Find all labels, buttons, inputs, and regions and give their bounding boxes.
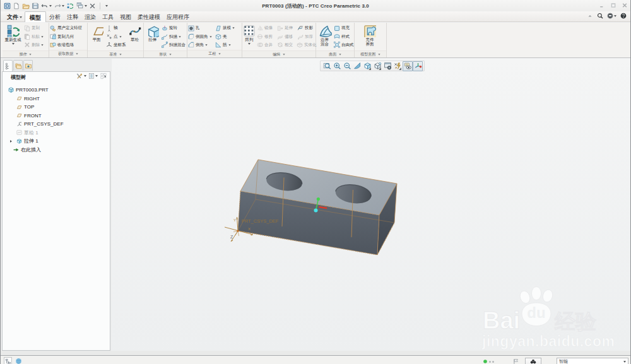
nav-folders-icon-svg: [15, 62, 22, 69]
tab-分析[interactable]: 分析: [46, 11, 64, 22]
tree-item-PRT0003.PRT[interactable]: PRT0003.PRT: [3, 86, 110, 95]
notification-flag[interactable]: [513, 356, 519, 364]
zoom-out-button[interactable]: [342, 61, 352, 71]
ribbon-button-壳[interactable]: 壳: [215, 32, 241, 40]
tree-item-草绘 1[interactable]: 草绘 1: [3, 129, 110, 138]
sketch-item-icon-svg: [16, 129, 23, 136]
ribbon-button-用户定义特征[interactable]: 用户定义特征: [49, 24, 86, 32]
ribbon-button-填充[interactable]: 填充: [333, 24, 354, 32]
close-button[interactable]: [622, 3, 628, 8]
ribbon-button-拉伸[interactable]: 拉伸: [144, 24, 161, 50]
navigator-tab-model-tree[interactable]: [3, 60, 13, 71]
navigator-tab-folder-browser[interactable]: [13, 60, 23, 71]
group-label-模型意图[interactable]: 模型意图: [355, 50, 386, 57]
ribbon-button-坐标系[interactable]: 坐标系: [105, 41, 126, 49]
model-tree-toggle-button[interactable]: [4, 357, 12, 364]
repaint-button[interactable]: [352, 61, 362, 71]
ribbon-button-投影[interactable]: 投影: [297, 24, 316, 32]
ribbon-button-旋转[interactable]: 旋转: [161, 24, 187, 32]
group-label-基准[interactable]: 基准: [88, 50, 143, 57]
command-search-button[interactable]: [597, 13, 603, 19]
ribbon-button-延伸[interactable]: 延伸: [276, 24, 297, 32]
ribbon-button-合并[interactable]: 合并: [256, 41, 276, 49]
ribbon-button-倒圆角[interactable]: 倒圆角: [187, 32, 215, 40]
tree-item-TOP[interactable]: TOP: [3, 103, 110, 112]
ribbon-button-粘贴[interactable]: 粘贴: [23, 32, 48, 40]
web-browser-toggle-button[interactable]: [15, 357, 23, 364]
ribbon-button-边界混合[interactable]: 边界混合: [316, 24, 333, 50]
navigator-tab-favorites[interactable]: [23, 60, 33, 71]
ribbon-button-自由式[interactable]: 自由式: [333, 41, 354, 49]
ribbon-button-扫描混合[interactable]: 扫描混合: [161, 41, 187, 49]
datum-display-filters-button[interactable]: [392, 61, 403, 71]
group-label-曲面[interactable]: 曲面: [316, 50, 354, 57]
help-button[interactable]: [620, 13, 627, 19]
ribbon-button-阵列[interactable]: 阵列: [242, 24, 256, 50]
minimize-ribbon-button[interactable]: [587, 13, 593, 18]
selection-filter-combo[interactable]: 智能: [557, 358, 628, 364]
chevron-down-icon: [12, 43, 15, 45]
ribbon-button-偏移[interactable]: 偏移: [276, 32, 297, 40]
ribbon-button-点[interactable]: 点: [105, 32, 126, 40]
tab-模型[interactable]: 模型: [25, 11, 46, 22]
tree-item-FRONT[interactable]: FRONT: [3, 112, 110, 120]
tree-item-RIGHT[interactable]: RIGHT: [3, 95, 110, 103]
merge-icon-svg: [257, 42, 263, 48]
group-label-形状[interactable]: 形状: [144, 50, 187, 57]
refit-button[interactable]: [322, 61, 332, 71]
ribbon-button-倒角[interactable]: 倒角: [187, 41, 215, 49]
tree-item-在此插入[interactable]: 在此插入: [3, 146, 110, 155]
zoom-in-button[interactable]: [332, 61, 342, 71]
display-style-button[interactable]: [362, 61, 372, 71]
ribbon-button-草绘[interactable]: 草绘: [126, 24, 143, 50]
ribbon-button-元件界面[interactable]: 元件界面: [355, 24, 385, 50]
ribbon-button-复制几何[interactable]: 复制几何: [49, 32, 86, 40]
copy-geometry-icon: [49, 33, 56, 40]
group-label-获取数据[interactable]: 获取数据: [49, 50, 87, 57]
tab-工具[interactable]: 工具: [99, 11, 117, 22]
ribbon-button-拔模[interactable]: 拔模: [215, 24, 241, 32]
ribbon-button-扫描[interactable]: 扫描: [161, 32, 187, 40]
view-manager-button[interactable]: [382, 61, 392, 71]
tree-item-PRT_CSYS_DEF[interactable]: PRT_CSYS_DEF: [3, 120, 110, 129]
connect-user-button[interactable]: [607, 13, 617, 19]
ribbon-button-复制[interactable]: 复制: [23, 24, 48, 32]
ribbon-button-删除[interactable]: 删除: [23, 41, 48, 49]
tab-渲染[interactable]: 渲染: [81, 11, 99, 22]
saved-orientations-button[interactable]: [372, 61, 382, 71]
ribbon-button-镜像[interactable]: 镜像: [256, 24, 276, 32]
ribbon-button-重新生成[interactable]: 重新生成: [3, 24, 23, 50]
ribbon-button-相交[interactable]: 相交: [276, 41, 297, 49]
graphics-area[interactable]: XYZPRT_CSYS_DEFBaidu经验jingyan.baidu.com: [112, 59, 631, 351]
group-label-工程[interactable]: 工程: [187, 50, 242, 57]
tree-settings-button[interactable]: [88, 73, 98, 79]
group-label-编辑[interactable]: 编辑: [242, 50, 316, 57]
tab-视图[interactable]: 视图: [117, 11, 134, 22]
maximize-button[interactable]: [610, 3, 616, 8]
group-label-操作[interactable]: 操作: [3, 50, 49, 57]
datum-plane-icon-svg: [16, 95, 23, 102]
spin-center-button[interactable]: [413, 61, 423, 71]
ribbon-column: 镜像修剪合并: [256, 24, 276, 49]
show-panel-button[interactable]: [100, 73, 107, 79]
expand-arrow-icon[interactable]: [10, 140, 12, 143]
ribbon-button-修剪[interactable]: 修剪: [256, 32, 276, 40]
minimize-button[interactable]: [599, 3, 605, 8]
annotation-display-button[interactable]: [403, 61, 413, 71]
tab-注释[interactable]: 注释: [64, 11, 81, 22]
tree-tools-button[interactable]: [76, 73, 86, 79]
tab-柔性建模[interactable]: 柔性建模: [134, 11, 163, 22]
ribbon-button-收缩包络[interactable]: 收缩包络: [49, 41, 86, 49]
search-tool-button[interactable]: [525, 358, 541, 364]
ribbon-button-加厚[interactable]: 加厚: [297, 32, 316, 40]
ribbon-button-平面[interactable]: 平面: [88, 24, 105, 50]
tab-应用程序[interactable]: 应用程序: [163, 11, 192, 22]
ribbon-button-筋[interactable]: 筋: [215, 41, 241, 49]
ribbon-button-样式[interactable]: 样式: [333, 32, 354, 40]
intersect-icon: [276, 42, 283, 49]
ribbon-button-轴[interactable]: 轴: [105, 24, 126, 32]
ribbon-button-孔[interactable]: 孔: [187, 24, 215, 32]
file-menu-button[interactable]: 文件: [5, 13, 24, 21]
tree-item-拉伸 1[interactable]: 拉伸 1: [3, 137, 110, 146]
ribbon-button-实体化[interactable]: 实体化: [297, 41, 316, 49]
